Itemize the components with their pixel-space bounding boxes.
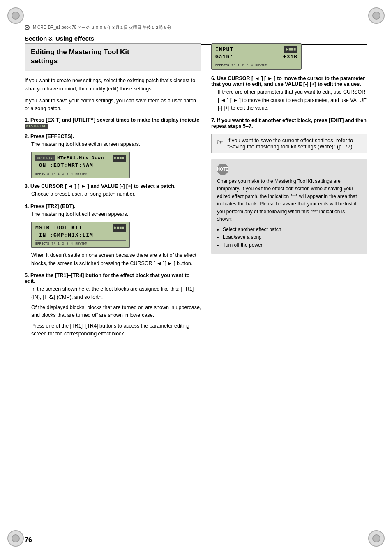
- intro-para1: If you want to create new settings, sele…: [25, 77, 201, 93]
- intro-para2: If you want to save your edited settings…: [25, 97, 201, 113]
- step5-body3: Press one of the [TR1]–[TR4] buttons to …: [25, 322, 201, 338]
- step2-header: Press [EFFECTS].: [30, 134, 74, 139]
- note-bullets: Select another effect patch Load/save a …: [217, 226, 362, 249]
- step7-num: 7.: [211, 118, 215, 123]
- lcd1-line2: :ON :EDT:WRT:NAM: [35, 162, 93, 169]
- step4-header: Press [TR2] (EDT).: [30, 203, 76, 209]
- note-box: NOTE Changes you make to the Mastering T…: [211, 159, 367, 254]
- lcd2-footer: EFFECTS TR 1 2 3 4 RHYTHM: [35, 240, 126, 245]
- step5-header: Press the [TR1]–[TR4] button for the eff…: [25, 272, 189, 284]
- lcd-screen-2: MSTR TOOL KIT ▶■■■ :IN :CMP:MIX:LIM EFFE…: [31, 222, 130, 248]
- section-title: Section 3. Using effects: [25, 35, 367, 42]
- lcd3-battery: ▶■■■: [284, 46, 297, 53]
- corner-bl-decoration: [7, 530, 24, 547]
- lcd-screen-1: MASTERING MT▶P01:Mix Down ▶■■■ :ON :EDT:…: [31, 152, 130, 178]
- step6-num: 6.: [211, 76, 215, 81]
- main-title: Editing the Mastering Tool Kit settings: [31, 48, 195, 66]
- lcd3-footer: EFFECTS TR 1 2 3 4 RHYTHM: [215, 62, 297, 67]
- header-text: MICRO-BR_e1.book 76 ページ ２００６年８月１日 火曜日 午後…: [33, 25, 171, 30]
- page-number: 76: [25, 536, 32, 544]
- right-column: INPUT ▶■■■ Gain: +3dB EFFECTS TR 1 2 3 4…: [211, 43, 367, 529]
- step-2: 2. Press [EFFECTS]. The mastering tool k…: [25, 134, 201, 179]
- step3-num: 3.: [25, 183, 29, 189]
- step4-extra: When it doesn't settle on one screen bec…: [25, 252, 201, 268]
- step4-num: 4.: [25, 203, 29, 209]
- info-icon: ☞: [217, 137, 224, 150]
- step4-body: The mastering tool kit edit screen appea…: [25, 210, 201, 218]
- lcd2-line2: :IN :CMP:MIX:LIM: [35, 232, 93, 239]
- step1-num: 1.: [25, 117, 29, 123]
- info-box: ☞ If you want to save the current effect…: [211, 134, 367, 153]
- note-para: Changes you make to the Mastering Tool K…: [217, 178, 362, 224]
- step5-num: 5.: [25, 272, 29, 278]
- corner-tl-decoration: [7, 7, 24, 24]
- bullet-1: Select another effect patch: [223, 226, 362, 233]
- step2-body: The mastering tool kit selection screen …: [25, 141, 201, 148]
- lcd-screen-3: INPUT ▶■■■ Gain: +3dB EFFECTS TR 1 2 3 4…: [211, 43, 302, 70]
- info-text: If you want to save the current effect s…: [227, 137, 363, 150]
- step5-body2: Of the displayed blocks, blocks that are…: [25, 304, 201, 320]
- step1-header: Press [EXIT] and [UTILITY] several times…: [25, 117, 199, 129]
- lcd1-line1-left: MT▶P01:Mix Down: [57, 155, 104, 161]
- step3-header: Use CURSOR [ ◄ ] [ ► ] and VALUE [-] [+]…: [30, 183, 175, 189]
- corner-tr-decoration: [368, 7, 385, 24]
- content-area: Editing the Mastering Tool Kit settings …: [25, 43, 367, 529]
- lcd1-battery: ▶■■■: [113, 155, 126, 162]
- target-icon: [25, 25, 30, 30]
- step5-body1: In the screen shown here, the effect blo…: [25, 285, 201, 301]
- lcd3-line2-left: Gain:: [215, 53, 233, 61]
- step3-body: Choose a preset, user, or song patch num…: [25, 190, 201, 198]
- lcd2-battery: ▶■■■: [113, 224, 126, 232]
- step6-body: If there are other parameters that you w…: [211, 88, 367, 112]
- note-icon: NOTE: [217, 164, 228, 175]
- lcd3-line2-right: +3dB: [283, 53, 297, 61]
- lcd2-line1-left: MSTR TOOL KIT: [35, 224, 82, 232]
- step-3: 3. Use CURSOR [ ◄ ] [ ► ] and VALUE [-] …: [25, 183, 201, 198]
- lcd3-line1-left: INPUT: [215, 46, 233, 53]
- lcd1-label: MASTERING: [35, 155, 55, 161]
- page: MICRO-BR_e1.book 76 ページ ２００６年８月１日 火曜日 午後…: [0, 0, 392, 554]
- header-bar: MICRO-BR_e1.book 76 ページ ２００６年８月１日 火曜日 午後…: [25, 25, 367, 32]
- step-5: 5. Press the [TR1]–[TR4] button for the …: [25, 272, 201, 338]
- left-column: Editing the Mastering Tool Kit settings …: [25, 43, 201, 529]
- title-box: Editing the Mastering Tool Kit settings: [25, 43, 201, 71]
- step-7: 7. If you want to edit another effect bl…: [211, 118, 367, 129]
- step-6: 6. Use CURSOR [ ◄ ] [ ► ] to move the cu…: [211, 76, 367, 112]
- step7-header: If you want to edit another effect block…: [211, 118, 367, 129]
- corner-br-decoration: [368, 530, 385, 547]
- step6-header: Use CURSOR [ ◄ ] [ ► ] to move the curso…: [211, 76, 365, 87]
- step2-num: 2.: [25, 134, 29, 139]
- step-4: 4. Press [TR2] (EDT). The mastering tool…: [25, 203, 201, 268]
- bullet-2: Load/save a song: [223, 233, 362, 241]
- step-1: 1. Press [EXIT] and [UTILITY] several ti…: [25, 117, 201, 129]
- lcd1-footer: EFFECTS TR 1 2 3 4 RHYTHM: [35, 171, 126, 175]
- bullet-3: Turn off the power: [223, 241, 362, 249]
